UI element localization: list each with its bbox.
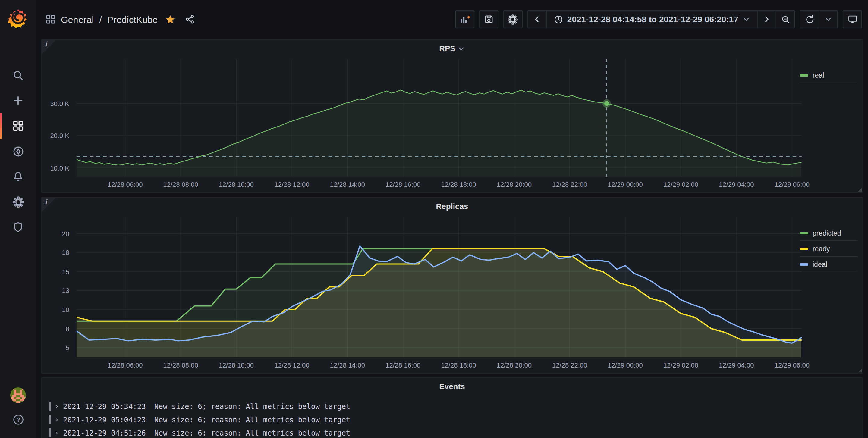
panel-resize-handle[interactable] <box>857 187 862 192</box>
event-row-bar <box>49 402 51 411</box>
toolbar: 2021-12-28 04:14:58 to 2021-12-29 06:20:… <box>455 10 862 28</box>
bell-icon <box>13 171 24 182</box>
panel-info-icon[interactable]: i <box>41 40 56 54</box>
compass-icon <box>12 145 24 157</box>
rps-chart-plot[interactable] <box>76 59 802 176</box>
legend-item-ideal[interactable]: ideal <box>800 257 858 272</box>
dashboard-grid-icon <box>46 14 56 24</box>
refresh-icon <box>805 15 814 24</box>
legend-item-ready[interactable]: ready <box>800 241 858 257</box>
panel-events-header[interactable]: Events <box>41 378 863 395</box>
sidebar-item-help[interactable]: ? <box>12 411 24 427</box>
breadcrumb-section[interactable]: General <box>61 14 94 24</box>
breadcrumb[interactable]: General / PredictKube <box>46 0 195 39</box>
help-icon: ? <box>12 414 24 425</box>
x-tick-label: 12/28 20:00 <box>497 181 532 188</box>
refresh-interval-dropdown[interactable] <box>818 11 837 28</box>
replicas-chart-plot[interactable] <box>76 217 802 357</box>
save-dashboard-button[interactable] <box>479 10 498 28</box>
sidebar-item-alerting[interactable] <box>0 164 36 189</box>
y-tick-label: 20 <box>62 230 70 237</box>
time-shift-back-button[interactable] <box>528 11 546 28</box>
user-avatar[interactable] <box>10 388 26 403</box>
event-timestamp: 2021-12-29 05:04:23 <box>63 415 146 424</box>
sidebar-item-create[interactable] <box>0 88 36 113</box>
zoom-out-time-button[interactable] <box>776 11 795 28</box>
y-tick-label: 18 <box>62 249 70 256</box>
chevron-right-icon <box>763 15 771 24</box>
legend-swatch <box>800 232 808 234</box>
legend-swatch <box>800 74 808 76</box>
sidebar-item-explore[interactable] <box>0 139 36 164</box>
chevron-left-icon <box>533 15 541 24</box>
time-shift-forward-button[interactable] <box>757 11 776 28</box>
gear-icon <box>12 196 24 207</box>
add-panel-button[interactable] <box>455 10 474 28</box>
x-tick-label: 12/28 06:00 <box>107 181 143 188</box>
x-tick-label: 12/28 18:00 <box>441 362 476 369</box>
x-tick-label: 12/28 20:00 <box>497 362 532 369</box>
sidebar-menu <box>0 63 36 240</box>
sidebar-item-server-admin[interactable] <box>0 214 36 240</box>
legend-label: real <box>812 71 824 79</box>
event-timestamp: 2021-12-29 04:51:26 <box>63 429 146 437</box>
grafana-logo-icon[interactable] <box>8 7 28 30</box>
favorite-star-icon[interactable] <box>165 14 176 24</box>
event-timestamp: 2021-12-29 05:34:23 <box>63 402 146 411</box>
chevron-down-icon <box>743 16 750 23</box>
share-icon[interactable] <box>185 14 195 24</box>
x-tick-label: 12/29 02:00 <box>663 362 698 369</box>
x-tick-label: 12/29 04:00 <box>719 181 754 188</box>
refresh-button[interactable] <box>801 11 818 28</box>
x-tick-label: 12/29 06:00 <box>775 181 809 188</box>
panel-resize-handle[interactable] <box>857 368 862 372</box>
sidebar-bottom: ? <box>0 388 36 427</box>
x-tick-label: 12/28 08:00 <box>163 181 198 188</box>
shield-icon <box>13 222 24 233</box>
event-log-row[interactable]: ›2021-12-29 04:51:26New size: 6; reason:… <box>49 428 855 437</box>
expand-chevron-icon[interactable]: › <box>55 416 59 424</box>
replicas-y-axis: 581013151820 <box>41 217 73 357</box>
x-tick-label: 12/28 18:00 <box>441 181 476 188</box>
event-message: New size: 6; reason: All metrics below t… <box>154 415 350 424</box>
x-tick-label: 12/28 16:00 <box>385 362 421 369</box>
gear-icon <box>508 14 518 24</box>
x-tick-label: 12/28 06:00 <box>107 362 143 369</box>
x-tick-label: 12/28 10:00 <box>219 181 254 188</box>
panel-replicas: i Replicas 581013151820 12/28 06:0012/28… <box>41 197 863 374</box>
time-range-picker[interactable]: 2021-12-28 04:14:58 to 2021-12-29 06:20:… <box>546 11 757 28</box>
legend-item-real[interactable]: real <box>800 67 858 83</box>
chevron-down-icon <box>825 16 832 23</box>
y-tick-label: 10.0 K <box>50 164 69 171</box>
x-tick-label: 12/29 06:00 <box>775 362 809 369</box>
x-tick-label: 12/28 22:00 <box>552 362 587 369</box>
expand-chevron-icon[interactable]: › <box>55 402 59 410</box>
legend-item-predicted[interactable]: predicted <box>800 225 858 241</box>
dashboard-settings-button[interactable] <box>503 10 523 28</box>
legend-label: predicted <box>812 229 841 236</box>
cycle-view-mode-button[interactable] <box>843 10 862 28</box>
y-tick-label: 10 <box>62 306 70 313</box>
replicas-x-axis: 12/28 06:0012/28 08:0012/28 10:0012/28 1… <box>76 360 802 371</box>
panel-info-icon[interactable]: i <box>41 198 56 212</box>
event-log-row[interactable]: ›2021-12-29 05:04:23New size: 6; reason:… <box>49 415 855 424</box>
y-tick-label: 15 <box>62 268 70 275</box>
y-tick-label: 30.0 K <box>50 100 69 107</box>
refresh-controls <box>800 10 838 28</box>
grafana-app: ? General / PredictKube <box>0 0 868 438</box>
search-icon <box>13 70 24 81</box>
sidebar-item-dashboards[interactable] <box>0 113 36 139</box>
expand-chevron-icon[interactable]: › <box>55 429 59 437</box>
panel-replicas-header[interactable]: Replicas <box>41 198 863 214</box>
sidebar-item-search[interactable] <box>0 63 36 88</box>
y-tick-label: 5 <box>66 344 69 351</box>
legend-label: ideal <box>812 261 827 268</box>
events-log: ›2021-12-29 05:34:23New size: 6; reason:… <box>49 402 855 438</box>
x-tick-label: 12/29 00:00 <box>608 362 643 369</box>
y-tick-label: 13 <box>62 287 70 294</box>
sidebar-item-configuration[interactable] <box>0 189 36 214</box>
breadcrumb-dashboard[interactable]: PredictKube <box>107 14 158 24</box>
legend-swatch <box>800 247 808 250</box>
panel-rps-header[interactable]: RPS <box>41 40 863 57</box>
event-log-row[interactable]: ›2021-12-29 05:34:23New size: 6; reason:… <box>49 402 855 411</box>
